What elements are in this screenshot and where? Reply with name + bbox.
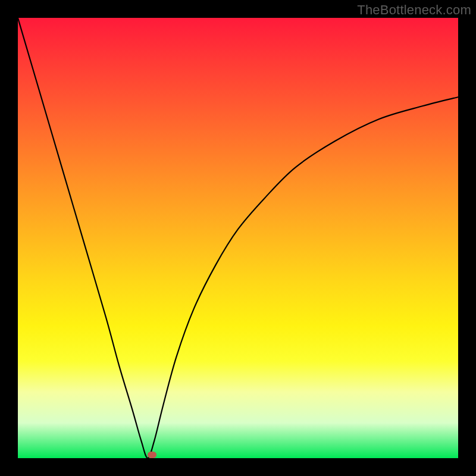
watermark-text: TheBottleneck.com <box>357 2 471 18</box>
chart-frame: TheBottleneck.com <box>0 0 476 476</box>
curve-svg <box>18 18 458 458</box>
bottleneck-curve-path <box>18 18 458 458</box>
plot-area <box>18 18 458 458</box>
minimum-marker <box>148 452 156 458</box>
